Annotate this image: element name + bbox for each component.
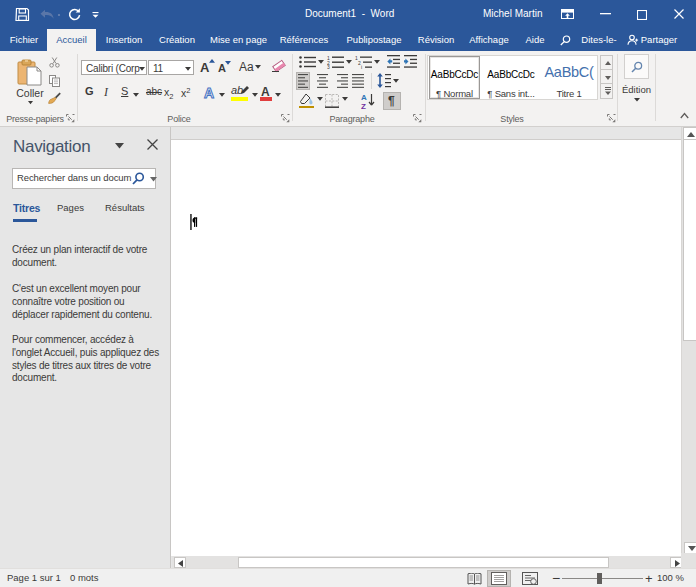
svg-text:Z: Z [361, 102, 366, 110]
svg-text:i: i [361, 64, 362, 69]
svg-text:3: 3 [327, 64, 330, 69]
